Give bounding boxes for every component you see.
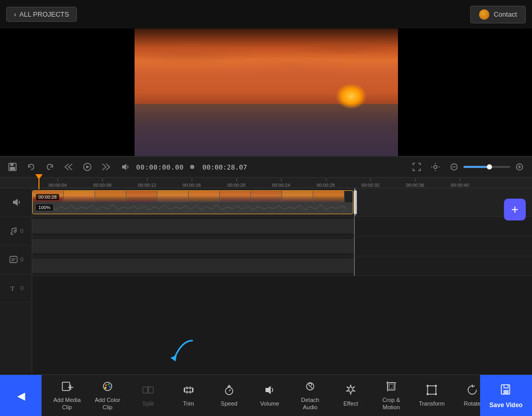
svg-rect-1 [10,163,14,166]
ruler-mark: 00:00:04 [35,178,80,188]
crop-motion-icon [385,380,397,395]
transform-label: Transform [419,400,445,407]
ruler-mark: 00:00:28 [303,178,348,188]
playhead-text [354,256,355,276]
svg-line-41 [229,389,231,391]
svg-point-52 [427,393,429,395]
thumb-3 [95,191,126,202]
subtitle-track-count: 0 [20,256,23,263]
crop-motion-label: Crop &Motion [382,397,400,410]
contact-label: Contact [494,10,517,18]
zoom-control [447,160,527,174]
add-media-clip-icon [61,380,73,395]
save-video-label: Save Video [489,401,523,409]
svg-rect-46 [389,384,393,388]
svg-rect-18 [10,256,17,263]
volume-label: Volume [260,400,280,407]
rotate-label: Rotate [464,400,480,407]
track-music-icon[interactable]: 0 [0,217,32,245]
track-subtitle-icon[interactable]: 0 [0,245,32,274]
all-projects-button[interactable]: ‹ ALL PROJECTS [6,7,77,22]
svg-point-28 [108,383,110,385]
add-media-clip-label: Add MediaClip [54,397,81,410]
detach-audio-label: DetachAudio [301,397,320,410]
svg-rect-23 [62,382,70,391]
ruler-mark: 00:00:40 [437,178,482,188]
add-track-button[interactable]: + [504,199,526,220]
transport-bar: 00:00:00.00 00:00:28.07 [0,156,532,178]
audio-track-2-bar [32,239,353,253]
chevron-left-icon: ‹ [14,10,16,18]
save-button[interactable] [5,160,20,174]
toolbar-add-color-clip[interactable]: Add ColorClip [87,377,128,414]
zoom-out-button[interactable] [447,160,461,174]
svg-marker-42 [265,386,271,394]
skip-forward-button[interactable] [99,160,113,174]
brightness-button[interactable] [428,160,443,174]
text-track-bar [32,258,353,273]
preview-area [0,29,532,156]
rotate-icon [466,384,478,398]
toolbar-detach-audio[interactable]: DetachAudio [290,377,330,414]
toolbar-split: Split [128,377,168,414]
contact-button[interactable]: Contact [470,6,526,23]
add-color-clip-icon [101,380,114,395]
thumb-4 [126,191,157,202]
svg-marker-5 [122,164,126,170]
toolbar-speed[interactable]: Speed [209,377,249,414]
music-track-count: 0 [20,228,23,234]
video-preview [135,29,398,156]
svg-point-6 [434,165,437,168]
fullscreen-button[interactable] [409,160,424,174]
speed-label: Speed [221,400,237,407]
save-video-button[interactable]: Save Video [480,375,532,416]
play-button[interactable] [80,160,95,174]
undo-button[interactable] [24,160,38,174]
volume-button[interactable] [117,160,132,174]
track-volume-icon[interactable] [0,188,32,217]
trim-label: Trim [183,400,194,407]
track-text-icon[interactable]: T 0 [0,274,32,303]
zoom-slider[interactable] [463,166,510,168]
back-button[interactable]: ◀ [0,375,42,416]
thumb-5 [157,191,189,202]
toolbar-add-media-clip[interactable]: Add MediaClip [47,377,87,414]
audio-track-1-bar [32,219,353,233]
svg-rect-63 [503,390,509,394]
duration-display: 00:00:28.07 [203,163,247,171]
video-thumbnail-strip [33,191,353,202]
current-time: 00:00:00.00 [136,163,184,171]
playhead-line [354,188,355,216]
redo-button[interactable] [43,160,57,174]
svg-point-17 [14,230,16,232]
ruler-mark: 00:00:12 [125,178,169,188]
back-icon: ◀ [17,389,25,402]
text-track-count: 0 [20,285,23,291]
svg-point-53 [435,393,437,395]
zoom-slider-thumb [487,164,492,170]
zoom-in-button[interactable] [512,160,527,174]
timeline-left-panel: 0 0 T 0 [0,188,32,373]
toolbar-transform[interactable]: Transform [411,377,452,414]
skip-back-button[interactable] [61,160,76,174]
audio-track-2 [32,237,532,256]
playhead-audio1 [354,217,355,236]
svg-point-30 [104,387,107,389]
effect-icon [344,384,357,398]
ruler-mark: 00:00:24 [259,178,303,188]
toolbar-crop-motion[interactable]: Crop &Motion [371,377,411,414]
video-clip-waveform [33,202,353,214]
svg-point-50 [427,385,429,387]
speed-icon [223,384,235,398]
toolbar-rotate[interactable]: Rotate [452,377,480,414]
video-clip[interactable]: 00:00:28 100% [32,190,353,214]
bottom-toolbar: ◀ Add MediaClip [0,374,532,416]
text-track [32,256,532,276]
toolbar-effect[interactable]: Effect [330,377,371,414]
svg-marker-22 [170,355,177,361]
toolbar-volume[interactable]: Volume [249,377,290,414]
toolbar-trim[interactable]: Trim [168,377,209,414]
timeline-area: 0 0 T 0 [0,188,532,373]
svg-text:T: T [10,284,15,292]
ruler-mark: 00:00:20 [214,178,259,188]
